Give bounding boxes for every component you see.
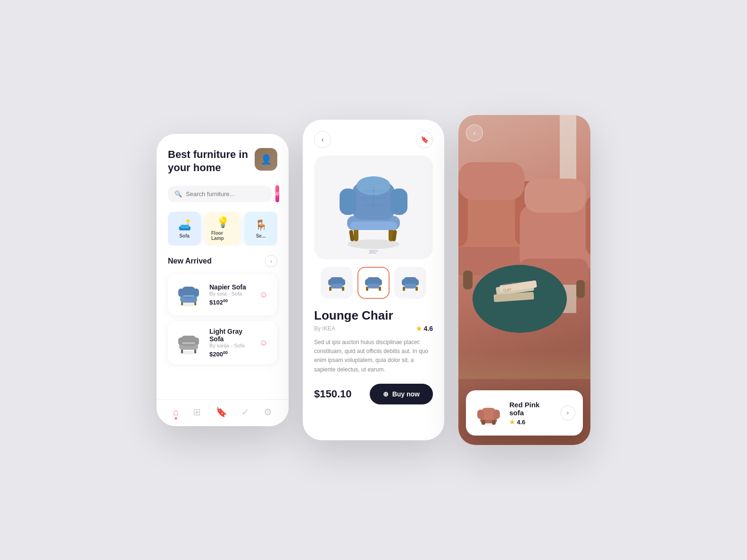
category-sofa[interactable]: 🛋️ Sofa <box>168 212 201 246</box>
product-info-lightgray: Light Gray Sofa By karija - Sofa $20000 <box>209 328 250 358</box>
photo-background: CLAY ANACOTTA ‹ <box>458 115 590 445</box>
product-sub-lightgray: By karija - Sofa <box>209 343 250 348</box>
category-lamp[interactable]: 💡 Floor Lamp <box>206 212 240 246</box>
svg-rect-24 <box>340 189 357 215</box>
wishlist-button-lightgray[interactable]: ☺ <box>257 336 271 350</box>
page-title: Best furniture inyour home <box>168 148 248 174</box>
brand-label: By IKEA <box>314 325 335 332</box>
thumb-1[interactable] <box>321 267 353 299</box>
star-icon: ★ <box>416 325 422 332</box>
lamp-category-label: Floor Lamp <box>211 231 234 241</box>
avatar[interactable]: 👤 <box>255 148 277 171</box>
back-button-3[interactable]: ‹ <box>466 124 483 141</box>
sofa-category-label: Sofa <box>179 233 190 239</box>
category-chair[interactable]: 🪑 Se... <box>244 212 277 246</box>
product-card-lightgray[interactable]: Light Gray Sofa By karija - Sofa $20000 … <box>168 321 277 364</box>
heart-icon: ☺ <box>259 290 268 300</box>
screen-3-photo: CLAY ANACOTTA ‹ <box>458 115 590 445</box>
card3-product-image <box>473 398 504 428</box>
product-description: Sed ut ipsi auctori huius disciplinae pl… <box>314 338 433 374</box>
svg-rect-22 <box>350 222 397 230</box>
product-price: $150.10 <box>314 388 352 400</box>
search-icon: 🔍 <box>174 190 182 198</box>
nav-cart[interactable]: ✓ <box>241 406 249 418</box>
section-header: New Arrived › <box>168 255 277 267</box>
svg-rect-73 <box>481 420 485 425</box>
product-name-lightgray: Light Gray Sofa <box>209 328 250 343</box>
svg-rect-72 <box>493 410 500 419</box>
svg-rect-57 <box>586 195 590 256</box>
rating-badge: ★ 4.6 <box>416 325 433 332</box>
chair-category-label: Se... <box>256 233 266 239</box>
svg-rect-12 <box>181 336 196 346</box>
product-card-napier[interactable]: Napier Sofa By seta - Sofa $10200 ☺ <box>168 274 277 315</box>
search-bar[interactable]: 🔍 <box>168 186 272 202</box>
categories-row: 🛋️ Sofa 💡 Floor Lamp 🪑 Se... <box>168 212 277 246</box>
sofa-category-icon: 🛋️ <box>178 219 191 231</box>
heart-icon-2: ☺ <box>259 338 268 348</box>
wishlist-button-napier[interactable]: ☺ <box>257 288 271 302</box>
rating-value: 4.6 <box>424 325 433 332</box>
screen2-header: ‹ 🔖 <box>314 131 433 148</box>
product-price-lightgray: $20000 <box>209 350 250 358</box>
thumb-3[interactable] <box>394 267 426 299</box>
screen-1-home: Best furniture inyour home 👤 🔍 # 🛋️ Sofa… <box>157 134 289 426</box>
search-row: 🔍 # <box>168 185 277 202</box>
product-info-napier: Napier Sofa By seta - Sofa $10200 <box>209 283 250 306</box>
thumb-2[interactable] <box>357 267 390 299</box>
lamp-category-icon: 💡 <box>216 216 229 229</box>
avatar-image: 👤 <box>255 148 277 171</box>
section-title: New Arrived <box>168 257 212 265</box>
svg-rect-59 <box>524 179 586 213</box>
screen1-header: Best furniture inyour home 👤 <box>168 148 277 174</box>
svg-rect-7 <box>183 295 194 297</box>
see-all-button[interactable]: › <box>265 255 277 267</box>
svg-rect-19 <box>349 230 354 241</box>
product-name-napier: Napier Sofa <box>209 283 250 291</box>
nav-settings[interactable]: ⚙ <box>264 406 272 418</box>
svg-rect-61 <box>576 280 585 298</box>
svg-rect-13 <box>178 338 183 345</box>
back-button[interactable]: ‹ <box>314 131 331 148</box>
card3-rating: ★ 4.6 <box>509 419 555 426</box>
product-sub-napier: By seta - Sofa <box>209 291 250 296</box>
bookmark-button[interactable]: 🔖 <box>416 131 433 148</box>
product-image-lightgray <box>174 329 203 357</box>
buy-row: $150.10 ⊕ Buy now <box>314 384 433 404</box>
nav-active-dot <box>175 417 177 420</box>
product-view-area: 360° <box>314 156 433 259</box>
search-input[interactable] <box>186 190 265 198</box>
svg-rect-42 <box>368 284 379 288</box>
screens-container: Best furniture inyour home 👤 🔍 # 🛋️ Sofa… <box>157 115 590 445</box>
coffee-table: CLAY ANACOTTA <box>468 261 572 337</box>
product-price-napier: $10200 <box>209 298 250 306</box>
svg-rect-14 <box>194 338 199 345</box>
nav-home[interactable]: ⌂ <box>173 407 179 418</box>
thumbnail-row <box>314 267 433 299</box>
product-brand-row: By IKEA ★ 4.6 <box>314 325 433 332</box>
card3-product-info: Red Pink sofa ★ 4.6 <box>509 401 555 426</box>
product-detail-title: Lounge Chair <box>314 308 433 323</box>
rug <box>458 351 590 379</box>
screen-2-detail: ‹ 🔖 <box>303 120 444 440</box>
card3-product-name: Red Pink sofa <box>509 401 555 417</box>
buy-now-button[interactable]: ⊕ Buy now <box>370 384 433 404</box>
svg-rect-15 <box>182 342 195 344</box>
card3-star-icon: ★ <box>509 419 515 426</box>
nav-grid[interactable]: ⊞ <box>193 406 201 418</box>
cart-icon: ⊕ <box>383 390 389 398</box>
svg-rect-36 <box>331 284 342 288</box>
svg-rect-71 <box>477 410 484 419</box>
filter-button[interactable]: # <box>275 185 279 202</box>
card3-arrow-button[interactable]: › <box>560 405 575 420</box>
degree-label: 360° <box>369 249 379 255</box>
chair-main-view <box>326 165 421 250</box>
svg-rect-48 <box>405 284 416 288</box>
card3-rating-value: 4.6 <box>517 419 525 426</box>
nav-bookmark[interactable]: 🔖 <box>216 406 227 418</box>
svg-rect-74 <box>492 420 496 425</box>
product-image-napier <box>174 280 203 309</box>
chair-category-icon: 🪑 <box>255 219 267 231</box>
product-card-overlay[interactable]: Red Pink sofa ★ 4.6 › <box>466 390 583 436</box>
buy-button-label: Buy now <box>392 390 420 398</box>
